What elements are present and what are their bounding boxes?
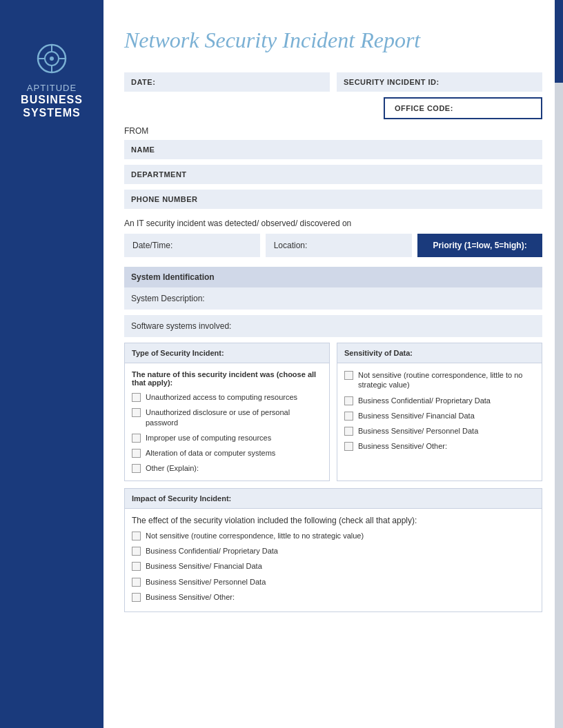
checkbox-icon[interactable] xyxy=(132,547,141,556)
checkbox-unauthorized-access[interactable]: Unauthorized access to computing resourc… xyxy=(132,392,322,402)
checkbox-icon[interactable] xyxy=(132,393,141,402)
svg-point-6 xyxy=(50,57,54,61)
impact-header: Impact of Security Incident: xyxy=(125,489,542,509)
software-systems-field[interactable]: Software systems involved: xyxy=(124,315,542,337)
sensitivity-other[interactable]: Business Sensitive/ Other: xyxy=(344,441,535,451)
impact-confidential[interactable]: Business Confidential/ Proprietary Data xyxy=(132,546,535,556)
checkbox-other[interactable]: Other (Explain): xyxy=(132,463,322,473)
sensitivity-financial[interactable]: Business Sensitive/ Financial Data xyxy=(344,411,535,421)
checkbox-label: Business Sensitive/ Other: xyxy=(146,592,235,602)
sensitivity-box: Sensitivity of Data: Not sensitive (rout… xyxy=(337,343,542,481)
checkbox-icon[interactable] xyxy=(132,434,141,443)
impact-section: Impact of Security Incident: The effect … xyxy=(124,488,542,612)
checkbox-label: Business Confidential/ Proprietary Data xyxy=(358,396,491,405)
system-description-field[interactable]: System Description: xyxy=(124,287,542,310)
brand-aptitude: APTITUDE xyxy=(27,83,77,93)
checkbox-label: Business Sensitive/ Financial Data xyxy=(146,561,262,571)
sidebar: APTITUDE BUSINESSSYSTEMS xyxy=(0,0,103,728)
sensitivity-content: Not sensitive (routine correspondence, l… xyxy=(337,363,542,458)
checkbox-label: Alteration of data or computer systems xyxy=(146,448,275,458)
checkbox-icon[interactable] xyxy=(344,396,353,405)
name-field[interactable]: NAME xyxy=(124,140,542,159)
checkbox-label: Other (Explain): xyxy=(146,463,199,473)
system-identification-header: System Identification xyxy=(124,267,542,287)
checkbox-label: Business Confidential/ Proprietary Data xyxy=(146,546,278,556)
checkbox-label: Not sensitive (routine correspondence, l… xyxy=(358,370,535,390)
impact-financial[interactable]: Business Sensitive/ Financial Data xyxy=(132,561,535,571)
checkbox-icon[interactable] xyxy=(344,371,353,380)
checkbox-improper-use[interactable]: Improper use of computing resources xyxy=(132,433,322,443)
impact-desc: The effect of the security violation inc… xyxy=(132,516,535,525)
incident-detected-text: An IT security incident was detected/ ob… xyxy=(124,219,542,228)
date-secid-row: DATE: SECURITY INCIDENT ID: xyxy=(124,72,542,92)
sensitivity-header: Sensitivity of Data: xyxy=(337,343,542,363)
page-title: Network Security Incident Report xyxy=(124,28,542,53)
security-incident-id-field[interactable]: SECURITY INCIDENT ID: xyxy=(337,72,542,92)
scrollbar-thumb[interactable] xyxy=(555,0,563,83)
impact-other[interactable]: Business Sensitive/ Other: xyxy=(132,592,535,602)
date-field[interactable]: DATE: xyxy=(124,72,330,92)
sensitivity-confidential[interactable]: Business Confidential/ Proprietary Data xyxy=(344,396,535,405)
checkbox-label: Business Sensitive/ Financial Data xyxy=(358,411,475,421)
nature-text: The nature of this security incident was… xyxy=(132,370,322,387)
checkbox-icon[interactable] xyxy=(132,449,141,458)
type-of-incident-box: Type of Security Incident: The nature of… xyxy=(124,343,330,481)
checkbox-icon[interactable] xyxy=(132,408,141,417)
checkbox-icon[interactable] xyxy=(344,442,353,451)
office-code-row: OFFICE CODE: xyxy=(124,97,542,119)
sensitivity-personnel[interactable]: Business Sensitive/ Personnel Data xyxy=(344,426,535,436)
impact-not-sensitive[interactable]: Not sensitive (routine correspondence, l… xyxy=(132,531,535,540)
checkbox-icon[interactable] xyxy=(132,464,141,473)
checkbox-label: Business Sensitive/ Personnel Data xyxy=(358,426,478,436)
checkbox-alteration[interactable]: Alteration of data or computer systems xyxy=(132,448,322,458)
checkbox-label: Improper use of computing resources xyxy=(146,433,271,443)
brand-name: BUSINESSSYSTEMS xyxy=(21,93,83,119)
checkbox-unauthorized-disclosure[interactable]: Unauthorized disclosure or use of person… xyxy=(132,407,322,427)
priority-field[interactable]: Priority (1=low, 5=high): xyxy=(417,234,542,257)
office-code-field[interactable]: OFFICE CODE: xyxy=(384,97,542,119)
checkbox-label: Business Sensitive/ Other: xyxy=(358,441,447,451)
checkbox-icon[interactable] xyxy=(132,593,141,602)
checkbox-label: Not sensitive (routine correspondence, l… xyxy=(146,531,364,540)
type-of-incident-header: Type of Security Incident: xyxy=(125,343,329,363)
checkbox-icon[interactable] xyxy=(132,532,141,540)
checkbox-label: Unauthorized access to computing resourc… xyxy=(146,392,297,402)
checkbox-label: Unauthorized disclosure or use of person… xyxy=(146,407,322,427)
checkbox-icon[interactable] xyxy=(344,427,353,436)
checkbox-icon[interactable] xyxy=(344,412,353,421)
checkbox-icon[interactable] xyxy=(132,562,141,571)
checkbox-icon[interactable] xyxy=(132,578,141,587)
department-field[interactable]: DEPARTMENT xyxy=(124,165,542,184)
location-field[interactable]: Location: xyxy=(266,234,412,257)
phone-field[interactable]: PHONE NUMBER xyxy=(124,190,542,209)
from-label: FROM xyxy=(124,126,542,136)
sensitivity-not-sensitive[interactable]: Not sensitive (routine correspondence, l… xyxy=(344,370,535,390)
type-of-incident-content: The nature of this security incident was… xyxy=(125,363,329,481)
impact-personnel[interactable]: Business Sensitive/ Personnel Data xyxy=(132,577,535,587)
type-sensitivity-row: Type of Security Incident: The nature of… xyxy=(124,343,542,481)
main-content: Network Security Incident Report DATE: S… xyxy=(103,0,563,728)
impact-content: The effect of the security violation inc… xyxy=(125,509,542,611)
aptitude-logo-icon xyxy=(34,41,69,76)
datetime-field[interactable]: Date/Time: xyxy=(124,234,260,257)
checkbox-label: Business Sensitive/ Personnel Data xyxy=(146,577,266,587)
detection-row: Date/Time: Location: Priority (1=low, 5=… xyxy=(124,234,542,257)
scrollbar-track xyxy=(555,0,563,728)
